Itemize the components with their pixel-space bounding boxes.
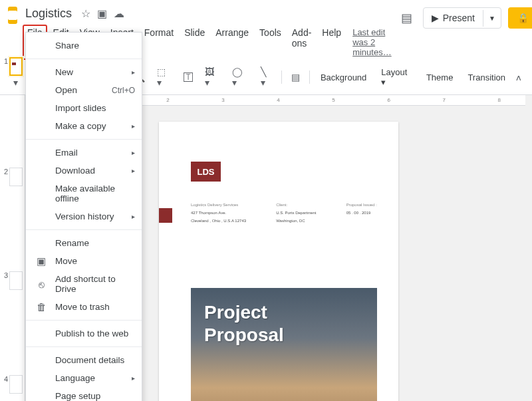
slide-content[interactable]: LDS Logistics Delivery Services 427 Thom… — [159, 122, 398, 401]
share-button[interactable]: 🔒 Share — [508, 7, 532, 29]
textbox-button[interactable]: 🅃 — [178, 68, 198, 86]
submenu-arrow-icon: ▸ — [132, 213, 135, 220]
drive-shortcut-icon: ⎋ — [35, 279, 47, 290]
menu-item-import-slides[interactable]: Import slides — [26, 99, 142, 117]
submenu-arrow-icon: ▸ — [132, 122, 135, 130]
lock-icon: 🔒 — [517, 13, 529, 23]
select-button[interactable]: ⬚ ▾ — [152, 63, 177, 92]
slide-title: Project Proposal — [204, 301, 284, 346]
present-dropdown[interactable]: ▼ — [483, 10, 501, 27]
thumb-number: 4 — [1, 375, 9, 383]
slide-thumbnail-4[interactable] — [9, 375, 23, 394]
menu-item-new[interactable]: New▸ — [26, 63, 142, 81]
line-button[interactable]: ╲ ▾ — [255, 63, 277, 92]
background-button[interactable]: Background — [314, 68, 373, 86]
present-icon: ▶ — [432, 13, 439, 23]
menu-item-language[interactable]: Language▸ — [26, 369, 142, 387]
present-button-group: ▶ Present ▼ — [423, 7, 501, 29]
comments-icon[interactable]: ▤ — [397, 7, 416, 29]
menu-item-make-copy[interactable]: Make a copy▸ — [26, 117, 142, 135]
transition-button[interactable]: Transition — [461, 68, 512, 86]
slide-thumbnail-3[interactable] — [9, 271, 23, 290]
cloud-status-icon: ☁ — [114, 7, 124, 20]
thumb-number: 1 — [1, 57, 9, 65]
menu-item-download[interactable]: Download▸ — [26, 162, 142, 180]
file-menu-dropdown: Share New▸ OpenCtrl+O Import slides Make… — [25, 32, 142, 401]
comment-button[interactable]: ▤ — [286, 68, 305, 86]
menu-slide[interactable]: Slide — [180, 25, 209, 60]
slide-accent-block — [159, 208, 172, 223]
theme-button[interactable]: Theme — [420, 68, 460, 86]
collapse-toolbar-icon[interactable]: ʌ — [513, 70, 524, 85]
present-label: Present — [443, 13, 475, 23]
menu-help[interactable]: Help — [317, 25, 346, 60]
slide-thumbnail-2[interactable] — [9, 168, 23, 186]
shortcut-label: Ctrl+O — [112, 86, 135, 95]
menu-item-rename[interactable]: Rename — [26, 234, 142, 252]
menu-item-page-setup[interactable]: Page setup — [26, 387, 142, 401]
menu-item-open[interactable]: OpenCtrl+O — [26, 81, 142, 99]
menu-item-add-shortcut[interactable]: ⎋Add shortcut to Drive — [26, 270, 142, 298]
menu-arrange[interactable]: Arrange — [211, 25, 253, 60]
submenu-arrow-icon: ▸ — [132, 68, 135, 76]
slide-thumbnail-1[interactable] — [9, 57, 23, 76]
move-folder-icon[interactable]: ▣ — [97, 7, 107, 20]
star-icon[interactable]: ☆ — [81, 7, 90, 20]
edit-status-link[interactable]: Last edit was 2 minutes… — [347, 25, 397, 60]
slide-hero-image: Project Proposal — [191, 288, 377, 401]
slide-thumbnails: 1 2 3 4 — [0, 55, 25, 396]
shape-button[interactable]: ◯ ▾ — [227, 63, 254, 92]
menu-item-version-history[interactable]: Version history▸ — [26, 207, 142, 225]
menu-item-doc-details[interactable]: Document details — [26, 351, 142, 369]
folder-icon: ▣ — [35, 255, 47, 267]
present-button[interactable]: ▶ Present — [424, 8, 483, 28]
thumb-number: 3 — [1, 271, 9, 279]
menu-format[interactable]: Format — [140, 25, 178, 60]
menu-item-trash[interactable]: 🗑Move to trash — [26, 298, 142, 316]
slide-meta: Logistics Delivery Services 427 Thompson… — [191, 203, 377, 223]
slides-logo[interactable] — [8, 7, 17, 24]
menu-item-email[interactable]: Email▸ — [26, 144, 142, 162]
submenu-arrow-icon: ▸ — [132, 149, 135, 156]
document-title[interactable]: Logistics — [23, 5, 74, 22]
menu-item-move[interactable]: ▣Move — [26, 252, 142, 270]
menu-tools[interactable]: Tools — [255, 25, 286, 60]
menu-item-offline[interactable]: Make available offline — [26, 180, 142, 207]
slide-logo: LDS — [191, 162, 221, 182]
trash-icon: 🗑 — [35, 301, 47, 313]
submenu-arrow-icon: ▸ — [132, 374, 135, 382]
menu-item-publish[interactable]: Publish to the web — [26, 325, 142, 342]
layout-button[interactable]: Layout ▾ — [374, 63, 418, 91]
image-button[interactable]: 🖼 ▾ — [200, 63, 225, 92]
thumb-number: 2 — [1, 168, 9, 176]
menu-item-share[interactable]: Share — [26, 37, 142, 55]
submenu-arrow-icon: ▸ — [132, 167, 135, 174]
menu-addons[interactable]: Add-ons — [287, 25, 317, 60]
